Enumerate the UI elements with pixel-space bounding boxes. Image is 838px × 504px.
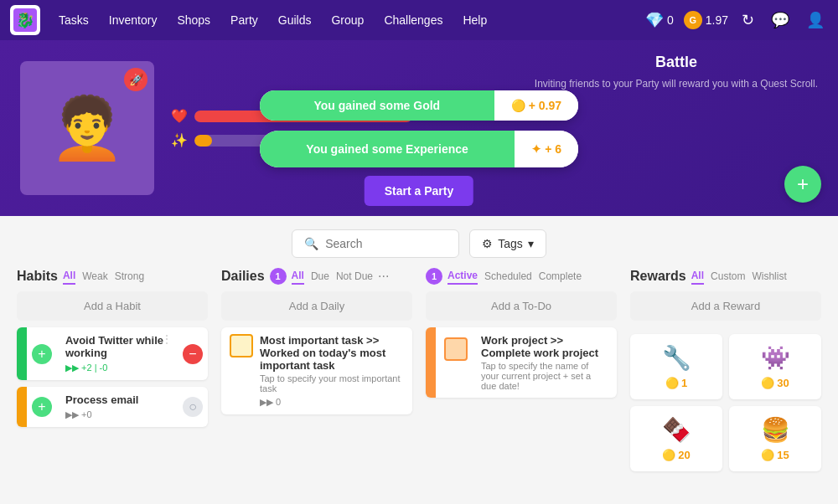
hero-banner: 🚀 🧑‍🦱 ❤️ 50 / 50 ✨ 12 / 150 Battle Invit… [0, 40, 838, 216]
habits-tab-weak[interactable]: Weak [82, 269, 107, 284]
start-party-button[interactable]: Start a Party [365, 176, 473, 206]
battle-subtitle: Inviting friends to your Party will rewa… [535, 78, 818, 90]
fab-add-button[interactable]: + [784, 166, 821, 203]
chevron-down-icon: ▾ [528, 237, 534, 250]
habit-title2: Process email [65, 393, 169, 406]
habit-minus-button[interactable]: − [183, 344, 203, 364]
nav-right: 💎 0 G 1.97 ↻ 💬 👤 [645, 8, 828, 33]
toast-exp-label: You gained some Experience [260, 131, 515, 167]
habits-header: Habits All Weak Strong [17, 268, 208, 285]
messages-button[interactable]: 💬 [768, 8, 793, 33]
rewards-tab-custom[interactable]: Custom [711, 269, 745, 284]
dailies-title: Dailies [221, 269, 265, 284]
nav-help[interactable]: Help [454, 10, 495, 30]
daily-checkbox[interactable] [230, 334, 253, 357]
todo-side-indicator [426, 327, 436, 398]
habit-plus-button[interactable]: + [32, 344, 52, 364]
filter-icon: ⚙ [482, 237, 493, 250]
habit-title: Avoid Twitter while working [65, 334, 169, 359]
todos-tabs: Active Scheduled Complete [447, 268, 582, 285]
habit-card-body2[interactable]: Process email ▶▶ +0 [57, 387, 178, 427]
avatar-badge: 🚀 [124, 68, 147, 91]
reward-card-2[interactable]: 🍫 🟡 20 [630, 406, 722, 471]
dailies-tab-all[interactable]: All [292, 268, 304, 285]
todo-card-body: Work project >> Complete work project Ta… [436, 327, 617, 398]
habit-actions-right: − [178, 327, 208, 380]
habit-score2: ▶▶ +0 [65, 409, 169, 420]
dailies-badge: 1 [270, 268, 287, 285]
habit-card-body[interactable]: Avoid Twitter while working ▶▶ +2 | -0 ⋮ [57, 327, 178, 380]
habits-tab-all[interactable]: All [63, 268, 75, 285]
nav-guilds[interactable]: Guilds [270, 10, 320, 30]
nav-challenges[interactable]: Challenges [375, 10, 451, 30]
search-row: 🔍 ⚙ Tags ▾ [0, 216, 838, 268]
gold-counter: G 1.97 [684, 11, 728, 29]
reward-cost-0: 🟡 1 [665, 377, 687, 389]
refresh-button[interactable]: ↻ [738, 8, 758, 33]
gold-icon-2: 🟡 [662, 449, 675, 461]
gem-counter: 💎 0 [645, 11, 674, 29]
xp-icon: ✨ [171, 132, 188, 148]
todo-checkbox[interactable] [444, 337, 468, 361]
habit-plus-button2[interactable]: + [32, 397, 52, 417]
habits-tabs: All Weak Strong [63, 268, 144, 285]
add-habit-button[interactable]: Add a Habit [17, 291, 208, 321]
todos-tab-scheduled[interactable]: Scheduled [484, 269, 532, 284]
reward-card-3[interactable]: 🍔 🟡 15 [729, 406, 821, 471]
battle-info: Battle Inviting friends to your Party wi… [535, 54, 818, 90]
habit-actions-left: + [27, 327, 57, 380]
todos-column: 1 Active Scheduled Complete Add a To-Do … [419, 268, 623, 504]
rewards-tab-all[interactable]: All [691, 268, 704, 285]
reward-icon-1: 👾 [761, 344, 790, 372]
add-daily-button[interactable]: Add a Daily [221, 291, 412, 321]
dailies-menu-dots[interactable]: ··· [378, 269, 389, 284]
todo-card-work-project[interactable]: Work project >> Complete work project Ta… [426, 327, 617, 398]
add-reward-button[interactable]: Add a Reward [630, 291, 821, 321]
habit-check-button[interactable]: ○ [183, 397, 203, 417]
habit-actions-left2: + [27, 387, 57, 427]
search-box[interactable]: 🔍 [292, 229, 459, 258]
gold-amount: 1.97 [706, 13, 728, 27]
tags-label: Tags [498, 237, 523, 250]
search-input[interactable] [325, 237, 447, 250]
habits-tab-strong[interactable]: Strong [115, 269, 144, 284]
habit-menu-dots[interactable]: ⋮ [161, 332, 173, 346]
daily-title: Most important task >> Worked on today's… [260, 334, 404, 372]
add-todo-button[interactable]: Add a To-Do [426, 291, 617, 321]
reward-icon-2: 🍫 [662, 416, 691, 444]
reward-icon-3: 🍔 [761, 416, 790, 444]
profile-button[interactable]: 👤 [803, 8, 828, 33]
nav-party[interactable]: Party [222, 10, 266, 30]
nav-group[interactable]: Group [323, 10, 372, 30]
search-icon: 🔍 [304, 237, 318, 250]
rewards-header: Rewards All Custom Wishlist [630, 268, 821, 285]
daily-card-inner: Most important task >> Worked on today's… [221, 327, 412, 414]
rewards-grid: 🔧 🟡 1 👾 🟡 30 🍫 🟡 [630, 334, 821, 471]
daily-card-important-task[interactable]: Most important task >> Worked on today's… [221, 327, 412, 414]
todos-tab-active[interactable]: Active [447, 268, 478, 285]
reward-card-1[interactable]: 👾 🟡 30 [729, 334, 821, 399]
reward-cost-2: 🟡 20 [662, 449, 690, 461]
tags-button[interactable]: ⚙ Tags ▾ [469, 229, 546, 258]
nav-tasks[interactable]: Tasks [50, 10, 97, 30]
nav-inventory[interactable]: Inventory [101, 10, 166, 30]
habit-actions-right2: ○ [178, 387, 208, 427]
xp-bar [194, 135, 212, 147]
habit-card-avoid-twitter: + Avoid Twitter while working ▶▶ +2 | -0… [17, 327, 208, 380]
toast-exp: You gained some Experience ✦ + 6 [260, 131, 578, 167]
todos-tab-complete[interactable]: Complete [539, 269, 582, 284]
hp-icon: ❤️ [171, 108, 188, 124]
hero-avatar: 🚀 🧑‍🦱 [20, 61, 154, 195]
navbar: Tasks Inventory Shops Party Guilds Group… [0, 0, 838, 40]
rewards-tabs: All Custom Wishlist [691, 268, 787, 285]
dailies-tab-due[interactable]: Due [311, 269, 329, 284]
todo-subtitle: Tap to specify the name of your current … [481, 361, 608, 391]
dailies-tab-notdue[interactable]: Not Due [336, 269, 373, 284]
habit-score: ▶▶ +2 | -0 [65, 363, 169, 373]
reward-card-0[interactable]: 🔧 🟡 1 [630, 334, 722, 399]
dailies-tabs: All Due Not Due [292, 268, 373, 285]
app-logo[interactable] [10, 5, 40, 35]
battle-title: Battle [655, 54, 697, 71]
nav-shops[interactable]: Shops [168, 10, 219, 30]
rewards-tab-wishlist[interactable]: Wishlist [752, 269, 786, 284]
